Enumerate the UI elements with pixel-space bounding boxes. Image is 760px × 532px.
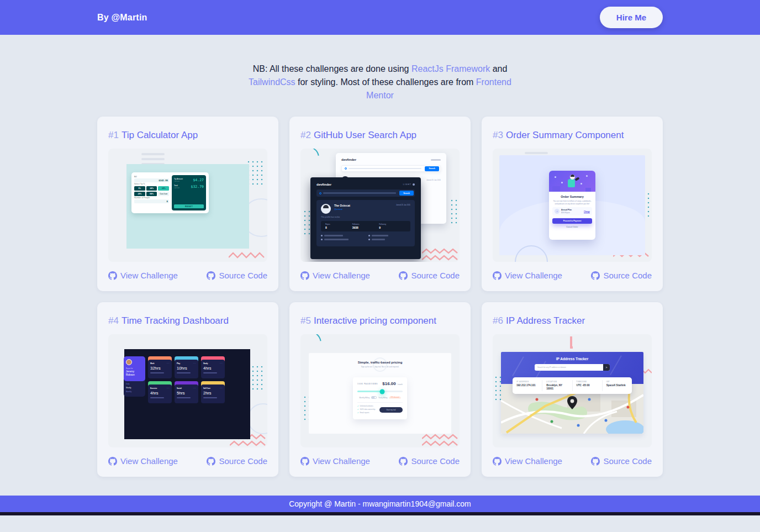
devfinder-logo: devfinder	[316, 183, 331, 186]
source-code-link[interactable]: Source Code	[399, 456, 460, 466]
source-code-link[interactable]: Source Code	[591, 271, 652, 280]
joined-date: Joined 25 Jan 2011	[426, 179, 441, 181]
dots-decoration	[450, 198, 457, 226]
theme-toggle	[431, 159, 441, 161]
view-challenge-link[interactable]: View Challenge	[493, 271, 562, 280]
report-for-label: Report for	[126, 367, 143, 370]
zigzag-decoration	[422, 433, 458, 447]
l-mark-decoration	[570, 336, 573, 349]
billing-toggle-row: Monthly Billing Yearly Billing 25% disco…	[357, 396, 403, 399]
challenge-card-ip-tracker: #6IP Address Tracker IP Address Tracker …	[482, 302, 663, 477]
theme-toggle: LIGHT	[403, 183, 415, 186]
circle-decoration	[247, 403, 267, 434]
reset-button: RESET	[174, 204, 204, 208]
period-monthly: Monthly	[126, 391, 143, 393]
footer-bar: Copyright @ Martin - mwangimartin1904@gm…	[0, 496, 760, 512]
yearly-label: Yearly Billing	[378, 397, 387, 399]
source-code-link[interactable]: Source Code	[207, 271, 267, 280]
card-title-text: Time Tracking Dashboard	[122, 315, 229, 326]
card-title: #3Order Summary Component	[493, 130, 652, 141]
view-challenge-link[interactable]: View Challenge	[108, 456, 178, 466]
footer-dark-strip	[0, 512, 760, 515]
joined-date: Joined 25 Jan 2011	[396, 204, 410, 214]
ip-search-placeholder: Search for any IP address or domain	[535, 366, 603, 368]
github-icon	[300, 457, 309, 466]
user-handle: @octocat	[334, 208, 350, 210]
github-icon	[399, 457, 408, 466]
intro-paragraph: NB: All these challenges are done using …	[242, 62, 518, 102]
slider-knob	[380, 389, 385, 394]
sun-icon	[413, 183, 415, 186]
discount-badge: 25% discount	[389, 397, 400, 399]
view-challenge-link[interactable]: View Challenge	[300, 456, 370, 466]
intro-text-1: NB: All these challenges are done using	[253, 64, 411, 73]
tip-buttons: 5% 10% 15% 25% 50% Custom	[134, 186, 169, 196]
tip-calc-inputs: Bill $142.55 Select Tip % 5% 10% 15% 25%…	[134, 175, 169, 210]
tip-25: 25%	[134, 192, 145, 196]
time-tracking-screenshot: Report for Jeremy Robson Daily Weekly Mo…	[108, 334, 267, 447]
stats-bar: Repos8 Followers3938 Following9	[321, 221, 410, 231]
tile-work: Work···32hrs	[148, 356, 172, 378]
card-links: View Challenge Source Code	[300, 271, 460, 280]
cancel-order: Cancel Order	[552, 226, 592, 228]
hire-me-button[interactable]: Hire Me	[600, 7, 663, 28]
reactjs-link[interactable]: ReactJs Framework	[411, 64, 490, 73]
people-input: 8	[134, 199, 169, 203]
challenge-card-github-search: #2GitHub User Search App devfinder Searc…	[289, 117, 471, 291]
order-summary-card: Order Summary You can now listen to mill…	[549, 171, 595, 240]
per-person-label: / person	[174, 180, 183, 182]
card-number: #2	[300, 130, 311, 140]
period-daily: Daily	[126, 383, 143, 385]
card-number: #1	[108, 130, 119, 140]
price: $16.00 / month	[382, 381, 403, 386]
card-title-text: IP Address Tracker	[506, 315, 585, 326]
tile-social: Social···5hrs	[175, 381, 198, 403]
source-code-link[interactable]: Source Code	[207, 456, 267, 466]
card-title-text: GitHub User Search App	[314, 130, 416, 140]
view-challenge-link[interactable]: View Challenge	[300, 271, 370, 280]
check-icon: ✓	[357, 408, 359, 410]
card-title: #5Interactive pricing component	[300, 315, 460, 326]
top-navbar: By @Martin Hire Me	[0, 0, 760, 35]
source-code-link[interactable]: Source Code	[591, 456, 652, 466]
view-challenge-link[interactable]: View Challenge	[493, 456, 562, 466]
source-code-link[interactable]: Source Code	[399, 271, 460, 280]
card-title: #2GitHub User Search App	[300, 130, 460, 141]
card-number: #4	[108, 315, 119, 326]
dots-decoration	[494, 375, 502, 403]
user-bio: This profile has no bio	[321, 216, 410, 218]
copyright-text: Copyright @ Martin - mwangimartin1904@gm…	[289, 499, 471, 508]
tile-exercise: Exercise···4hrs	[148, 381, 172, 403]
zigzag-decoration	[422, 247, 458, 262]
card-number: #5	[300, 315, 311, 326]
check-icon: ✓	[357, 412, 359, 414]
tip-5: 5%	[134, 186, 145, 191]
ip-tracker-screenshot: IP Address Tracker Search for any IP add…	[493, 334, 652, 447]
total-value: $32.79	[191, 185, 204, 189]
card-links: View Challenge Source Code	[108, 271, 267, 280]
search-button: Search	[425, 166, 439, 171]
github-search-screenshot: devfinder Search The OctocatJoined 25 Ja…	[300, 149, 460, 262]
tile-study: Study···4hrs	[201, 356, 225, 378]
card-links: View Challenge Source Code	[108, 456, 267, 466]
ip-tracker-app: IP Address Tracker Search for any IP add…	[501, 352, 643, 434]
github-icon	[108, 271, 117, 280]
pricing-app-background: Simple, traffic-based pricing Sign-up fo…	[309, 353, 451, 434]
music-icon: ♪	[555, 209, 560, 214]
billing-toggle	[371, 396, 377, 399]
github-icon	[591, 271, 600, 280]
period-weekly: Weekly	[126, 387, 143, 389]
tile-play: Play···10hrs	[175, 356, 198, 378]
card-title-text: Tip Calculator App	[122, 130, 198, 140]
view-challenge-link[interactable]: View Challenge	[108, 271, 178, 280]
challenge-card-pricing: #5Interactive pricing component Simple, …	[289, 302, 471, 477]
tailwind-link[interactable]: TailwindCss	[249, 77, 295, 87]
order-summary-title: Order Summary	[552, 195, 592, 198]
check-icon: ✓	[357, 405, 359, 407]
github-icon	[300, 271, 309, 280]
octocat-avatar	[321, 204, 331, 214]
search-submit-button: >	[603, 364, 610, 371]
github-icon	[207, 271, 215, 280]
profile-panel: Report for Jeremy Robson Daily Weekly Mo…	[124, 356, 145, 403]
card-links: View Challenge Source Code	[300, 456, 460, 466]
